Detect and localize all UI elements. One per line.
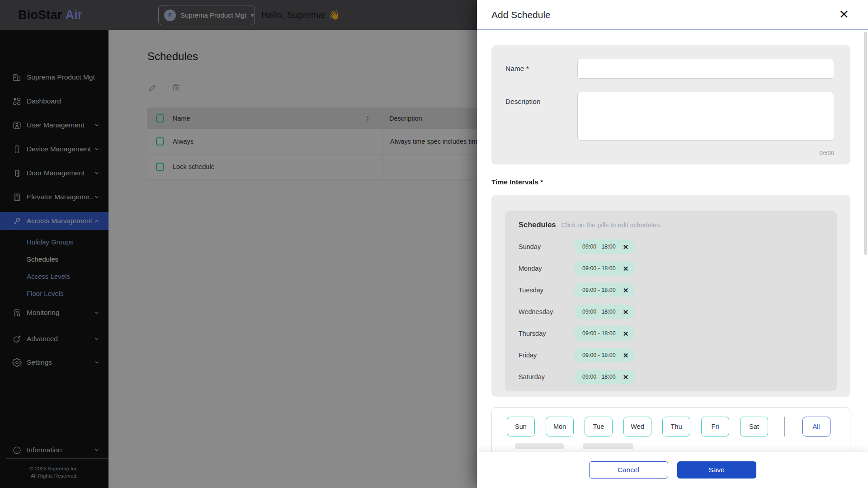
- interval-time: 09:00 - 18:00: [582, 287, 616, 293]
- interval-time: 09:00 - 18:00: [582, 309, 616, 315]
- day-schedule-row: Tuesday 09:00 - 18:00 ✕: [519, 283, 823, 297]
- remove-interval-icon[interactable]: ✕: [623, 374, 629, 380]
- day-button-tue[interactable]: Tue: [585, 417, 613, 436]
- interval-time: 09:00 - 18:00: [582, 244, 616, 250]
- clipped-time-input: [515, 443, 564, 449]
- day-schedule-row: Wednesday 09:00 - 18:00 ✕: [519, 305, 823, 319]
- drawer-body: Name * Description 0/500 Time Intervals …: [477, 31, 868, 452]
- schedule-form-card: Name * Description 0/500: [491, 45, 850, 164]
- drawer-footer: Cancel Save: [477, 452, 868, 488]
- day-name: Wednesday: [519, 308, 574, 315]
- interval-pill[interactable]: 09:00 - 18:00 ✕: [574, 261, 635, 276]
- description-textarea[interactable]: [577, 92, 834, 141]
- day-button-sun[interactable]: Sun: [507, 417, 535, 436]
- remove-interval-icon[interactable]: ✕: [623, 244, 629, 250]
- clipped-time-inputs: [515, 443, 850, 449]
- time-intervals-card: Schedules Click on the pills to edit sch…: [491, 195, 850, 397]
- add-schedule-drawer: Add Schedule ✕ Name * Description 0/500 …: [477, 0, 868, 488]
- remove-interval-icon[interactable]: ✕: [623, 330, 629, 337]
- interval-time: 09:00 - 18:00: [582, 330, 616, 337]
- day-name: Tuesday: [519, 286, 574, 294]
- schedules-hint: Click on the pills to edit schedules.: [561, 221, 662, 229]
- day-name: Saturday: [519, 373, 574, 380]
- clipped-time-input: [583, 443, 633, 449]
- day-name: Monday: [519, 265, 574, 272]
- save-button[interactable]: Save: [677, 461, 756, 479]
- day-name: Friday: [519, 352, 574, 359]
- drawer-title: Add Schedule: [491, 9, 551, 20]
- day-selector-card: Sun Mon Tue Wed Thu Fri Sat All: [491, 407, 850, 452]
- interval-time: 09:00 - 18:00: [582, 352, 616, 358]
- day-selector-row: Sun Mon Tue Wed Thu Fri Sat All: [507, 417, 850, 436]
- interval-pill[interactable]: 09:00 - 18:00 ✕: [574, 283, 635, 297]
- interval-pill[interactable]: 09:00 - 18:00 ✕: [574, 305, 635, 319]
- time-intervals-heading: Time Intervals *: [491, 178, 850, 186]
- day-name: Sunday: [519, 243, 574, 250]
- name-field-label: Name *: [505, 59, 577, 79]
- day-button-mon[interactable]: Mon: [546, 417, 574, 436]
- remove-interval-icon[interactable]: ✕: [623, 352, 629, 359]
- schedules-subheader: Schedules Click on the pills to edit sch…: [519, 221, 823, 233]
- description-field-row: Description: [505, 92, 834, 142]
- interval-time: 09:00 - 18:00: [582, 265, 616, 272]
- close-icon[interactable]: ✕: [839, 9, 849, 21]
- schedules-pills-card: Schedules Click on the pills to edit sch…: [505, 211, 837, 391]
- interval-pill[interactable]: 09:00 - 18:00 ✕: [574, 370, 635, 384]
- cancel-button[interactable]: Cancel: [589, 461, 668, 479]
- day-schedule-row: Sunday 09:00 - 18:00 ✕: [519, 239, 823, 254]
- remove-interval-icon[interactable]: ✕: [623, 265, 629, 272]
- day-schedule-row: Thursday 09:00 - 18:00 ✕: [519, 326, 823, 341]
- interval-pill[interactable]: 09:00 - 18:00 ✕: [574, 348, 635, 362]
- day-schedule-row: Saturday 09:00 - 18:00 ✕: [519, 370, 823, 384]
- interval-pill[interactable]: 09:00 - 18:00 ✕: [574, 326, 635, 341]
- char-counter: 0/500: [505, 150, 834, 156]
- drawer-header: Add Schedule ✕: [477, 0, 868, 30]
- drawer-scrollbar[interactable]: [864, 32, 867, 255]
- day-button-all[interactable]: All: [802, 417, 830, 436]
- interval-time: 09:00 - 18:00: [582, 374, 616, 380]
- schedules-label: Schedules: [519, 221, 556, 229]
- day-name: Thursday: [519, 330, 574, 337]
- day-schedule-row: Friday 09:00 - 18:00 ✕: [519, 348, 823, 362]
- name-field-row: Name *: [505, 59, 834, 79]
- remove-interval-icon[interactable]: ✕: [623, 287, 629, 294]
- interval-pill[interactable]: 09:00 - 18:00 ✕: [574, 239, 635, 254]
- day-schedule-row: Monday 09:00 - 18:00 ✕: [519, 261, 823, 276]
- day-button-fri[interactable]: Fri: [701, 417, 729, 436]
- remove-interval-icon[interactable]: ✕: [623, 309, 629, 315]
- day-button-sat[interactable]: Sat: [740, 417, 768, 436]
- day-button-thu[interactable]: Thu: [662, 417, 690, 436]
- description-field-label: Description: [505, 92, 577, 142]
- day-button-wed[interactable]: Wed: [623, 417, 651, 436]
- day-selector-divider: [784, 417, 785, 436]
- name-input[interactable]: [577, 59, 834, 79]
